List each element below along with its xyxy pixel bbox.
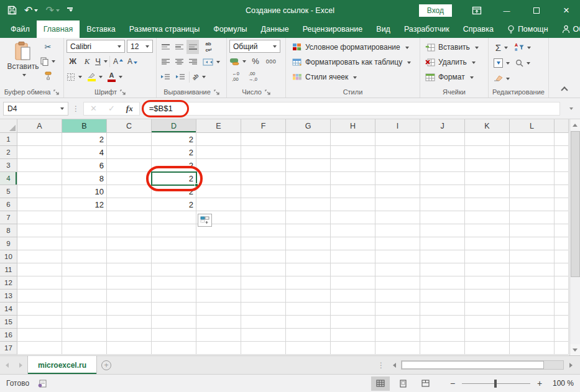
row-header-6[interactable]: 6	[0, 198, 17, 211]
grid-cell-B11[interactable]	[62, 263, 107, 276]
grid-cell-H4[interactable]	[331, 172, 375, 185]
grid-cell-A3[interactable]	[17, 159, 62, 172]
sort-filter-button[interactable]: Ая	[515, 40, 531, 55]
grid-cell-L13[interactable]	[510, 289, 555, 303]
format-painter-button[interactable]	[40, 68, 55, 83]
grid-cell-F16[interactable]	[241, 329, 286, 342]
vertical-scroll-thumb[interactable]	[571, 131, 580, 277]
column-header-F[interactable]: F	[241, 119, 286, 133]
grid-cell-partial[interactable]	[555, 133, 569, 146]
number-dialog-launcher[interactable]	[265, 89, 270, 95]
grid-cell-J6[interactable]	[420, 198, 465, 211]
grid-cell-G16[interactable]	[286, 329, 331, 342]
grid-cell-H17[interactable]	[331, 342, 375, 355]
grid-cell-I9[interactable]	[375, 237, 420, 250]
number-format-select[interactable]: Общий	[229, 40, 280, 53]
grid-cell-C11[interactable]	[107, 263, 152, 276]
grid-cell-F1[interactable]	[241, 133, 286, 146]
find-select-button[interactable]	[515, 56, 531, 70]
grid-cell-A13[interactable]	[17, 289, 62, 303]
scroll-down-button[interactable]	[570, 344, 580, 355]
column-header-G[interactable]: G	[286, 119, 331, 133]
sort-filter-arrow[interactable]	[527, 47, 531, 51]
grid-cell-D1[interactable]: 2	[152, 133, 196, 146]
grid-cell-C9[interactable]	[107, 237, 152, 250]
accounting-dropdown-arrow[interactable]	[242, 60, 246, 65]
grid-cell-A11[interactable]	[17, 263, 62, 276]
grid-cell-D10[interactable]	[152, 250, 196, 263]
grid-cell-D13[interactable]	[152, 289, 196, 303]
horizontal-scroll-thumb[interactable]	[402, 361, 544, 369]
grid-cell-J16[interactable]	[420, 329, 465, 342]
grid-cell-D9[interactable]	[152, 237, 196, 250]
grid-cell-B8[interactable]	[62, 224, 107, 237]
ribbon-display-options-button[interactable]	[472, 6, 482, 16]
grid-cell-E16[interactable]	[196, 329, 241, 342]
alignment-dialog-launcher[interactable]	[214, 89, 219, 95]
find-select-arrow[interactable]	[527, 62, 530, 66]
autosum-arrow[interactable]	[504, 47, 508, 51]
row-header-14[interactable]: 14	[0, 303, 17, 316]
add-sheet-button[interactable]: +	[97, 356, 116, 374]
vertical-scrollbar[interactable]	[569, 119, 580, 355]
tab-insert[interactable]: Вставка	[80, 21, 122, 38]
row-header-3[interactable]: 3	[0, 159, 17, 172]
grid-cell-G12[interactable]	[286, 276, 331, 289]
cell-styles-button[interactable]: Стили ячеек	[292, 70, 417, 84]
zoom-slider-track[interactable]	[462, 383, 530, 384]
collapse-ribbon-button[interactable]	[549, 38, 580, 98]
grid-cell-C7[interactable]	[107, 211, 152, 224]
grid-cell-B14[interactable]	[62, 303, 107, 316]
grid-cell-C6[interactable]	[107, 198, 152, 211]
row-header-10[interactable]: 10	[0, 250, 17, 263]
zoom-slider-handle[interactable]	[494, 380, 497, 388]
zoom-out-button[interactable]: −	[448, 378, 457, 388]
grid-cell-L5[interactable]	[510, 185, 555, 198]
row-header-7[interactable]: 7	[0, 211, 17, 224]
autosum-button[interactable]: Σ	[494, 40, 510, 55]
grid-cell-B2[interactable]: 4	[62, 146, 107, 159]
clear-arrow[interactable]	[506, 78, 510, 82]
redo-button[interactable]: ↷	[45, 6, 59, 16]
grid-cell-F5[interactable]	[241, 185, 286, 198]
grid-cell-H9[interactable]	[331, 237, 375, 250]
grid-cell-H1[interactable]	[331, 133, 375, 146]
grid-cell-I16[interactable]	[375, 329, 420, 342]
grid-cell-G3[interactable]	[286, 159, 331, 172]
grid-cell-B5[interactable]: 10	[62, 185, 107, 198]
grid-cell-E1[interactable]	[196, 133, 241, 146]
grid-cell-J12[interactable]	[420, 276, 465, 289]
grid-cell-I2[interactable]	[375, 146, 420, 159]
grid-cell-C14[interactable]	[107, 303, 152, 316]
font-color-dropdown-arrow[interactable]	[119, 76, 122, 80]
grid-cell-G8[interactable]	[286, 224, 331, 237]
grid-cell-F3[interactable]	[241, 159, 286, 172]
grid-cell-E5[interactable]	[196, 185, 241, 198]
grid-cell-J10[interactable]	[420, 250, 465, 263]
grid-cell-E9[interactable]	[196, 237, 241, 250]
column-header-K[interactable]: K	[465, 119, 510, 133]
grid-cell-K3[interactable]	[465, 159, 510, 172]
grid-cell-B17[interactable]	[62, 342, 107, 355]
tab-formulas[interactable]: Формулы	[206, 21, 254, 38]
column-header-A[interactable]: A	[17, 119, 62, 133]
merge-dropdown-arrow[interactable]	[216, 61, 220, 65]
grid-cell-F4[interactable]	[241, 172, 286, 185]
percent-style-button[interactable]: %	[249, 54, 262, 68]
grid-cell-partial[interactable]	[555, 316, 569, 329]
grid-cell-B12[interactable]	[62, 276, 107, 289]
grid-cell-D15[interactable]	[152, 316, 196, 329]
grid-cell-H5[interactable]	[331, 185, 375, 198]
grid-cell-D16[interactable]	[152, 329, 196, 342]
grid-cell-K15[interactable]	[465, 316, 510, 329]
row-header-12[interactable]: 12	[0, 276, 17, 289]
grid-cell-I1[interactable]	[375, 133, 420, 146]
grid-cell-B10[interactable]	[62, 250, 107, 263]
grid-cell-J7[interactable]	[420, 211, 465, 224]
tab-page-layout[interactable]: Разметка страницы	[122, 21, 206, 38]
grid-cell-G6[interactable]	[286, 198, 331, 211]
grid-cell-A16[interactable]	[17, 329, 62, 342]
grid-cell-D4[interactable]: 2	[152, 172, 196, 185]
grid-cell-H8[interactable]	[331, 224, 375, 237]
fill-color-button[interactable]	[87, 70, 103, 84]
